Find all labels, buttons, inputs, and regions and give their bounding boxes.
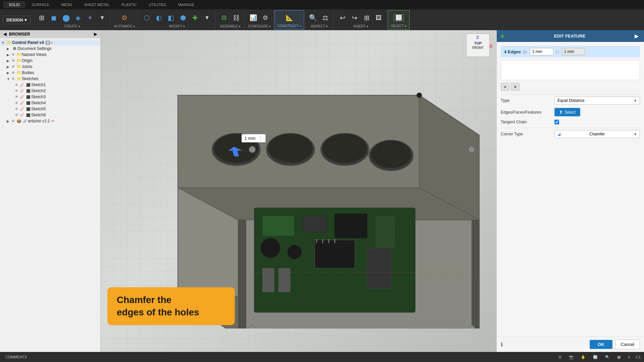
corner-type-dropdown[interactable]: ◢ Chamfer ▼	[554, 130, 640, 138]
tree-named-views[interactable]: ▶ 👁 📁 Named Views	[0, 52, 100, 58]
panel-expand-btn[interactable]: ▶	[633, 33, 640, 39]
new-joint-btn[interactable]: ⚙	[219, 14, 229, 22]
insert-label: INSERT ▾	[353, 24, 368, 28]
ribbon-group-construct: 📐 CONSTRUCT >	[274, 10, 304, 29]
select-button[interactable]: ⬆ Select	[554, 108, 580, 116]
tree-arduino[interactable]: ▶ 👁 📦 🔗 arduino v1:1 ✏	[0, 118, 100, 124]
comments-toggle[interactable]: COMMENTS	[3, 354, 29, 360]
more-modify-btn[interactable]: ▼	[202, 14, 212, 21]
origin-label: Origin	[22, 58, 33, 63]
joints-label: Joints	[22, 64, 32, 69]
bottom-bar: COMMENTS ⊡ 📷 ✋ 🔄 🔍 ▦ ≡ 1:1	[0, 352, 644, 362]
sidebar-collapse-left[interactable]: ◀	[3, 32, 6, 37]
ok-button[interactable]: OK	[590, 340, 612, 349]
root-arrow: ▼	[1, 41, 6, 45]
tab-surface[interactable]: SURFACE	[26, 1, 55, 8]
configure-btn1[interactable]: 📊	[248, 14, 259, 21]
construct-btn[interactable]: 📐	[284, 14, 295, 21]
tree-sketch1[interactable]: 👁 🖊 ⬛ Sketch1	[0, 82, 100, 88]
tangent-chain-checkbox[interactable]	[554, 120, 559, 124]
more-create-btn[interactable]: ▼	[97, 14, 108, 21]
dim-menu-btn[interactable]: ⋮	[258, 136, 263, 141]
configure-label: CONFIGURE ▾	[248, 24, 271, 28]
inspect-btn[interactable]: 🔍	[308, 14, 319, 22]
remove-edge-btn[interactable]: ×	[511, 83, 520, 91]
root-badge: R	[45, 41, 50, 45]
edges-value2-input[interactable]	[562, 48, 585, 55]
automate-btn[interactable]: ⚙	[119, 14, 130, 22]
shell-btn[interactable]: ⬢	[177, 14, 188, 22]
info-icon[interactable]: ℹ	[501, 341, 503, 348]
tree-bodies[interactable]: ▶ 👁 📁 Bodies	[0, 70, 100, 76]
ribbon-group-automate: ⚙ AUTOMATE ▾	[111, 10, 138, 29]
select-btn-label: Select	[565, 110, 576, 115]
sketch6-label: Sketch6	[31, 113, 46, 117]
tab-sheet-metal[interactable]: SHEET METAL	[79, 1, 115, 8]
tree-joints[interactable]: ▶ 👁 📁 Joints	[0, 64, 100, 70]
tree-sketch2[interactable]: 👁 🖊 ⬛ Sketch2	[0, 88, 100, 94]
tab-manage[interactable]: MANAGE	[173, 1, 200, 8]
loft-btn[interactable]: ✦	[85, 14, 96, 22]
press-pull-btn[interactable]: ⬡	[141, 14, 152, 22]
tree-root[interactable]: ▼ 📁 Control Panel v4 R ●	[0, 40, 100, 46]
ribbon-group-create: ⊞ ◼ ⬤ ◈ ✦ ▼ CREATE ▾	[34, 10, 111, 29]
bottom-more-btn[interactable]: ≡	[626, 354, 632, 360]
design-arrow: ▾	[24, 17, 27, 22]
edges-selection-row: 4 Edges ▷ ▷	[501, 46, 640, 57]
bottom-zoom-in-btn[interactable]: 🔍	[603, 354, 612, 360]
combine-btn[interactable]: ✚	[190, 14, 200, 22]
inspect-btn2[interactable]: ⚖	[320, 14, 331, 22]
bottom-pan-btn[interactable]: ✋	[579, 354, 588, 360]
bottom-orbit-btn[interactable]: 🔄	[591, 354, 600, 360]
tree-sketch6[interactable]: 👁 🖊 ⬛ Sketch6	[0, 112, 100, 118]
inspect-label: INSPECT ▾	[311, 24, 328, 28]
tab-mesh[interactable]: MESH	[56, 1, 77, 8]
svg-rect-21	[335, 214, 367, 238]
sketches-label: Sketches	[22, 76, 38, 81]
sidebar-collapse-btn[interactable]: ▶	[94, 32, 97, 37]
joint-origin-btn[interactable]: ⛓	[231, 14, 241, 22]
design-button[interactable]: DESIGN ▾	[3, 16, 31, 24]
tab-solid[interactable]: SOLID	[3, 1, 25, 8]
tab-utilities[interactable]: UTILITIES	[144, 1, 171, 8]
sketch5-label: Sketch5	[31, 107, 46, 111]
chamfer-icon-small: ◢	[557, 132, 560, 136]
tree-sketch3[interactable]: 👁 🖊 ⬛ Sketch3	[0, 94, 100, 100]
svg-point-34	[249, 146, 255, 153]
insert-btn1[interactable]: ↩	[337, 14, 348, 22]
bottom-camera-btn[interactable]: 📷	[567, 354, 576, 360]
select-btn[interactable]: ⬜	[392, 13, 405, 22]
add-edge-btn[interactable]: +	[501, 83, 509, 91]
new-component-btn[interactable]: ⊞	[37, 14, 47, 22]
configure-btn2[interactable]: ⚙	[260, 14, 271, 21]
bottom-snap-btn[interactable]: ⊡	[556, 354, 564, 360]
tree-sketches[interactable]: ▼ 👁 📁 Sketches	[0, 76, 100, 82]
tree-sketch4[interactable]: 👁 🖊 ⬛ Sketch4	[0, 100, 100, 106]
tree-doc-settings[interactable]: ▶ ⚙ Document Settings	[0, 46, 100, 52]
viewcube-top: TOP	[474, 41, 482, 45]
insert-btn3[interactable]: ⊞	[361, 14, 372, 22]
construct-label: CONSTRUCT >	[277, 23, 301, 28]
cancel-button[interactable]: Cancel	[615, 340, 640, 349]
sweep-btn[interactable]: ◈	[73, 14, 84, 22]
revolve-btn[interactable]: ⬤	[61, 14, 71, 22]
type-row: Type Equal Distance ▼	[501, 97, 640, 105]
add-remove-buttons: + ×	[501, 83, 640, 91]
extrude-btn[interactable]: ◼	[49, 14, 59, 22]
tree-sketch5[interactable]: 👁 🖊 ⬛ Sketch5	[0, 106, 100, 112]
edges-value1-input[interactable]	[530, 48, 553, 55]
tree-origin[interactable]: ▶ 👁 📁 Origin	[0, 58, 100, 64]
tab-plastic[interactable]: PLASTIC	[116, 1, 142, 8]
svg-rect-22	[375, 216, 395, 248]
insert-btn2[interactable]: ↪	[349, 14, 360, 22]
svg-point-36	[468, 146, 475, 153]
cursor-icon: ⬆	[559, 110, 563, 115]
panel-footer: ℹ OK Cancel	[497, 337, 644, 352]
chamfer-btn[interactable]: ◧	[165, 14, 176, 22]
viewport: 1 mm ⋮ Chamfer theedges of the holes	[101, 30, 496, 352]
type-dropdown[interactable]: Equal Distance ▼	[554, 97, 640, 105]
bottom-display-btn[interactable]: ▦	[615, 354, 623, 360]
tangent-chain-row: Tangent Chain	[501, 120, 640, 124]
fillet-btn[interactable]: ◐	[153, 14, 164, 22]
insert-btn4[interactable]: 🖼	[373, 14, 384, 21]
